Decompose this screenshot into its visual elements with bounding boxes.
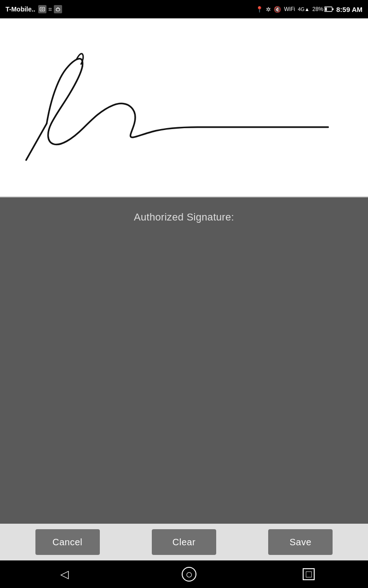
signal-icon: 4G▲ [298, 6, 310, 12]
save-button[interactable]: Save [268, 529, 333, 555]
signature-drawing [0, 18, 368, 197]
button-bar: Cancel Clear Save [0, 524, 368, 560]
status-bar-left: T-Mobile.. ⌗ [6, 5, 62, 13]
status-time: 8:59 AM [336, 6, 362, 13]
clear-button[interactable]: Clear [152, 529, 216, 555]
status-icons-left: ⌗ [38, 5, 62, 13]
android-icon [54, 5, 62, 13]
recents-button[interactable]: □ [303, 568, 315, 580]
dark-panel: Authorized Signature: [0, 198, 368, 524]
bluetooth-icon: ✲ [266, 6, 271, 13]
usb-icon: ⌗ [48, 6, 52, 13]
status-bar: T-Mobile.. ⌗ 📍 ✲ 🔇 WiFi 4G▲ 28% [0, 0, 368, 18]
photo-icon [38, 5, 46, 13]
svg-rect-7 [325, 8, 327, 11]
home-button[interactable]: ○ [182, 567, 196, 582]
svg-rect-0 [40, 7, 45, 11]
signature-canvas[interactable] [0, 18, 368, 198]
svg-point-1 [41, 8, 43, 10]
battery-icon: 28% [312, 6, 334, 12]
svg-rect-6 [333, 8, 334, 10]
wifi-icon: WiFi [284, 6, 295, 12]
mute-icon: 🔇 [274, 6, 281, 13]
status-bar-right: 📍 ✲ 🔇 WiFi 4G▲ 28% 8:59 AM [256, 6, 362, 13]
location-icon: 📍 [256, 6, 263, 13]
cancel-button[interactable]: Cancel [35, 529, 100, 555]
navigation-bar: ◁ ○ □ [0, 560, 368, 588]
carrier-label: T-Mobile.. [6, 6, 35, 13]
back-button[interactable]: ◁ [53, 563, 75, 585]
authorized-signature-label: Authorized Signature: [134, 211, 234, 223]
